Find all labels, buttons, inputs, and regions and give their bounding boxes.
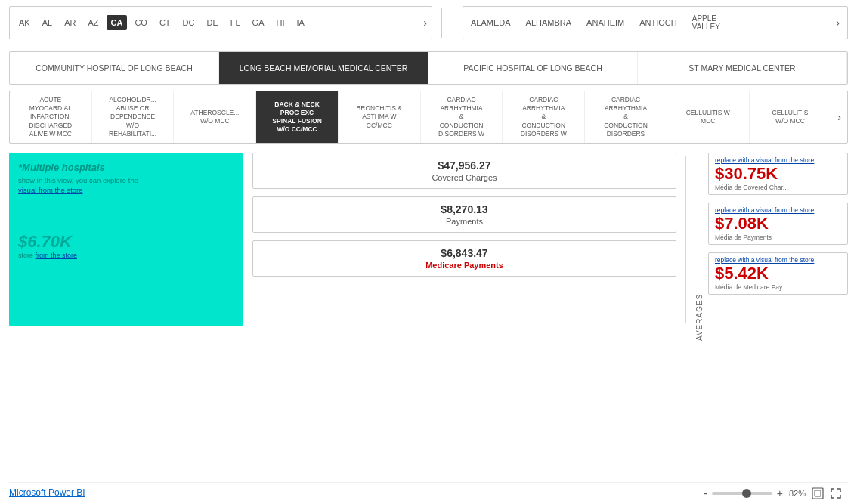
- zoom-controls: - +: [704, 487, 783, 499]
- condition-tab-2[interactable]: ATHEROSCLE...W/O MCC: [174, 91, 256, 143]
- condition-tab-4[interactable]: BRONCHITIS &ASTHMA WCC/MCC: [339, 91, 421, 143]
- payments-box: $8,270.13 Payments: [252, 196, 676, 233]
- averages-section: AVERAGES replace with a visual from the …: [695, 153, 848, 482]
- state-tabs-container: AK AL AR AZ CA CO CT DC DE FL GA HI IA ›: [9, 6, 432, 39]
- visual-title: *Multiple hospitals: [18, 162, 105, 173]
- covered-charges-value: $47,956.27: [265, 159, 664, 172]
- state-tab-dc[interactable]: DC: [178, 15, 200, 30]
- avg-payments-box: replace with a visual from the store $7.…: [708, 203, 848, 245]
- averages-label: AVERAGES: [695, 153, 704, 482]
- zoom-slider[interactable]: [712, 492, 772, 495]
- avg-payments-replace-text: replace with a visual from the store: [715, 206, 841, 214]
- condition-next-arrow[interactable]: ›: [831, 91, 847, 143]
- zoom-minus-button[interactable]: -: [704, 487, 707, 499]
- medicare-payments-value: $6,843.47: [265, 247, 664, 259]
- visual-store-link[interactable]: visual from the store: [18, 186, 83, 194]
- payments-value: $8,270.13: [265, 203, 664, 215]
- condition-tabs-container: ACUTEMYOCARDIALINFARCTION,DISCHARGEDALIV…: [9, 91, 848, 144]
- condition-tab-0[interactable]: ACUTEMYOCARDIALINFARCTION,DISCHARGEDALIV…: [10, 91, 92, 143]
- covered-charges-label: Covered Charges: [265, 173, 664, 182]
- focus-mode-icon[interactable]: [812, 487, 824, 499]
- condition-tab-9[interactable]: CELLULITISW/O MCC: [750, 91, 832, 143]
- visual-amount: $6.70K: [18, 232, 72, 252]
- condition-tab-8[interactable]: CELLULITIS WMCC: [667, 91, 750, 143]
- state-tab-co[interactable]: CO: [130, 15, 152, 30]
- state-tab-ia[interactable]: IA: [292, 15, 308, 30]
- divider: [441, 8, 442, 38]
- state-tab-fl[interactable]: FL: [226, 15, 245, 30]
- state-tab-ga[interactable]: GA: [248, 15, 269, 30]
- avg-covered-link[interactable]: replace with a visual from the store: [715, 156, 814, 164]
- hospital-tab-lbmmc[interactable]: LONG BEACH MEMORIAL MEDICAL CENTER: [219, 52, 428, 84]
- avg-medicare-box: replace with a visual from the store $5.…: [708, 252, 848, 295]
- city-tab-apple-valley[interactable]: APPLEVALLEY: [692, 14, 720, 31]
- payments-label: Payments: [265, 217, 664, 226]
- svg-rect-1: [815, 490, 821, 496]
- bottom-bar: - + 82%: [9, 482, 848, 504]
- covered-charges-box: $47,956.27 Covered Charges: [252, 153, 676, 189]
- state-tab-az[interactable]: AZ: [83, 15, 103, 30]
- power-bi-link[interactable]: Microsoft Power BI: [9, 487, 85, 498]
- city-tab-anaheim[interactable]: ANAHEIM: [586, 18, 624, 27]
- bottom-icons: [812, 487, 842, 499]
- avg-medicare-replace-text: replace with a visual from the store: [715, 256, 841, 264]
- condition-tab-1[interactable]: ALCOHOL/DR...ABUSE ORDEPENDENCEW/OREHABI…: [92, 91, 175, 143]
- avg-payments-sublabel: Média de Payments: [715, 233, 841, 241]
- main-container: AK AL AR AZ CA CO CT DC DE FL GA HI IA ›…: [0, 0, 857, 504]
- hospital-tabs-container: COMMUNITY HOSPITAL OF LONG BEACH LONG BE…: [9, 51, 848, 85]
- city-next-arrow[interactable]: ›: [836, 17, 840, 29]
- avg-medicare-value: $5.42K: [715, 264, 841, 283]
- visual-description: show in this view, you can explore the: [18, 176, 138, 184]
- visual-box: *Multiple hospitals show in this view, y…: [9, 153, 243, 326]
- visual-store-link-2[interactable]: from the store: [36, 252, 78, 259]
- fullscreen-icon[interactable]: [830, 487, 842, 499]
- condition-tab-7[interactable]: CARDIACARRHYTHMIA&CONDUCTIONDISORDERS: [585, 91, 667, 143]
- zoom-percent: 82%: [789, 489, 806, 498]
- avg-payments-link[interactable]: replace with a visual from the store: [715, 206, 814, 214]
- vertical-divider: [685, 156, 686, 323]
- content-area: *Multiple hospitals show in this view, y…: [9, 153, 848, 482]
- city-tab-alameda[interactable]: ALAMEDA: [471, 18, 511, 27]
- avg-payments-value: $7.08K: [715, 214, 841, 233]
- state-tab-hi[interactable]: HI: [271, 15, 289, 30]
- state-next-arrow[interactable]: ›: [423, 17, 427, 29]
- condition-tab-3[interactable]: BACK & NECKPROC EXCSPINAL FUSIONW/O CC/M…: [256, 91, 339, 143]
- avg-covered-sublabel: Média de Covered Char...: [715, 184, 841, 191]
- medicare-payments-box: $6,843.47 Medicare Payments: [252, 240, 676, 277]
- avg-covered-charges-box: replace with a visual from the store $30…: [708, 153, 848, 195]
- hospital-tab-community[interactable]: COMMUNITY HOSPITAL OF LONG BEACH: [10, 52, 219, 84]
- svg-rect-0: [812, 488, 823, 499]
- zoom-thumb: [742, 489, 751, 498]
- visual-store-text: store from the store: [18, 252, 77, 259]
- averages-boxes: replace with a visual from the store $30…: [708, 153, 848, 482]
- hospital-tab-pacific[interactable]: PACIFIC HOSPITAL OF LONG BEACH: [428, 52, 638, 84]
- avg-covered-replace-text: replace with a visual from the store: [715, 156, 841, 164]
- city-tab-antioch[interactable]: ANTIOCH: [639, 18, 677, 27]
- state-tab-de[interactable]: DE: [202, 15, 222, 30]
- condition-tab-5[interactable]: CARDIACARRHYTHMIA&CONDUCTIONDISORDERS W: [421, 91, 503, 143]
- top-row: AK AL AR AZ CA CO CT DC DE FL GA HI IA ›…: [9, 6, 848, 45]
- metrics-column: $47,956.27 Covered Charges $8,270.13 Pay…: [252, 153, 676, 482]
- avg-medicare-link[interactable]: replace with a visual from the store: [715, 256, 814, 264]
- city-tab-alhambra[interactable]: ALHAMBRA: [526, 18, 572, 27]
- state-tab-ca[interactable]: CA: [107, 15, 128, 30]
- medicare-payments-label: Medicare Payments: [265, 261, 664, 270]
- zoom-plus-button[interactable]: +: [777, 487, 783, 499]
- avg-covered-value: $30.75K: [715, 164, 841, 184]
- city-tabs-container: ALAMEDA ALHAMBRA ANAHEIM ANTIOCH APPLEVA…: [463, 6, 848, 39]
- state-tab-al[interactable]: AL: [38, 15, 57, 30]
- state-tab-ak[interactable]: AK: [14, 15, 35, 30]
- condition-tab-6[interactable]: CARDIACARRHYTHMIA&CONDUCTIONDISORDERS W: [503, 91, 585, 143]
- state-tab-ar[interactable]: AR: [60, 15, 80, 30]
- hospital-tab-stmary[interactable]: ST MARY MEDICAL CENTER: [638, 52, 847, 84]
- visual-store-replace-text: store: [18, 252, 33, 259]
- state-tab-ct[interactable]: CT: [155, 15, 175, 30]
- avg-medicare-sublabel: Média de Medicare Pay...: [715, 283, 841, 291]
